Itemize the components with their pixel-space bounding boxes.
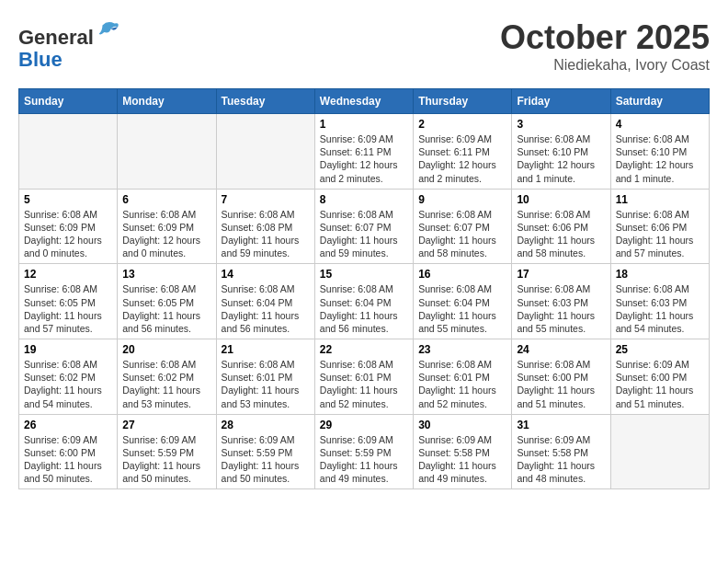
day-number: 14 [222,268,310,281]
day-number: 29 [320,419,408,431]
day-number: 1 [320,118,408,131]
day-number: 20 [122,343,210,356]
day-number: 7 [222,193,310,206]
day-number: 17 [517,268,605,281]
day-number: 28 [222,419,310,431]
day-info: Sunrise: 6:08 AMSunset: 6:09 PMDaylight:… [24,208,112,260]
day-info: Sunrise: 6:08 AMSunset: 6:05 PMDaylight:… [24,282,112,335]
page-header: General Blue October 2025 Niediekaha, Iv… [18,18,710,74]
logo-bird-icon [96,18,121,44]
day-info: Sunrise: 6:08 AMSunset: 6:08 PMDaylight:… [222,208,310,260]
day-info: Sunrise: 6:09 AMSunset: 5:58 PMDaylight:… [418,433,506,486]
calendar-cell: 12Sunrise: 6:08 AMSunset: 6:05 PMDayligh… [19,264,118,339]
calendar-week-row: 1Sunrise: 6:09 AMSunset: 6:11 PMDaylight… [19,114,710,190]
calendar-cell: 18Sunrise: 6:08 AMSunset: 6:03 PMDayligh… [610,264,709,339]
calendar-week-row: 26Sunrise: 6:09 AMSunset: 6:00 PMDayligh… [19,414,710,489]
calendar-week-row: 5Sunrise: 6:08 AMSunset: 6:09 PMDaylight… [19,189,710,264]
day-number: 8 [320,193,408,206]
day-number: 3 [517,118,605,131]
day-info: Sunrise: 6:08 AMSunset: 6:01 PMDaylight:… [418,358,506,410]
month-title: October 2025 [500,18,710,57]
day-info: Sunrise: 6:08 AMSunset: 6:07 PMDaylight:… [418,208,506,260]
day-info: Sunrise: 6:09 AMSunset: 6:11 PMDaylight:… [418,132,506,185]
calendar-cell: 8Sunrise: 6:08 AMSunset: 6:07 PMDaylight… [314,189,413,264]
day-info: Sunrise: 6:08 AMSunset: 6:09 PMDaylight:… [122,208,210,260]
calendar-cell: 9Sunrise: 6:08 AMSunset: 6:07 PMDaylight… [414,189,512,264]
day-info: Sunrise: 6:09 AMSunset: 5:59 PMDaylight:… [122,433,210,486]
calendar-cell [118,114,216,190]
calendar-cell: 24Sunrise: 6:08 AMSunset: 6:00 PMDayligh… [512,339,610,415]
day-info: Sunrise: 6:08 AMSunset: 6:00 PMDaylight:… [517,358,605,410]
calendar-cell: 30Sunrise: 6:09 AMSunset: 5:58 PMDayligh… [414,414,512,489]
weekday-header: Sunday [19,89,118,114]
day-number: 30 [418,419,506,431]
day-info: Sunrise: 6:08 AMSunset: 6:03 PMDaylight:… [517,282,605,335]
calendar-cell: 16Sunrise: 6:08 AMSunset: 6:04 PMDayligh… [414,264,512,339]
day-info: Sunrise: 6:09 AMSunset: 6:11 PMDaylight:… [320,132,408,185]
calendar-cell: 11Sunrise: 6:08 AMSunset: 6:06 PMDayligh… [610,189,709,264]
calendar-cell: 17Sunrise: 6:08 AMSunset: 6:03 PMDayligh… [512,264,610,339]
calendar-cell: 21Sunrise: 6:08 AMSunset: 6:01 PMDayligh… [216,339,314,415]
day-number: 5 [24,193,112,206]
weekday-header: Saturday [610,89,709,114]
day-info: Sunrise: 6:08 AMSunset: 6:02 PMDaylight:… [24,358,112,410]
calendar-cell: 4Sunrise: 6:08 AMSunset: 6:10 PMDaylight… [610,114,709,190]
day-info: Sunrise: 6:08 AMSunset: 6:01 PMDaylight:… [222,358,310,410]
day-info: Sunrise: 6:08 AMSunset: 6:02 PMDaylight:… [122,358,210,410]
day-number: 11 [616,193,704,206]
day-number: 13 [122,268,210,281]
day-number: 4 [616,118,704,131]
day-info: Sunrise: 6:08 AMSunset: 6:10 PMDaylight:… [616,132,704,185]
calendar-cell: 20Sunrise: 6:08 AMSunset: 6:02 PMDayligh… [118,339,216,415]
day-number: 22 [320,343,408,356]
day-number: 25 [616,343,704,356]
calendar-cell: 28Sunrise: 6:09 AMSunset: 5:59 PMDayligh… [216,414,314,489]
day-info: Sunrise: 6:08 AMSunset: 6:01 PMDaylight:… [320,358,408,410]
calendar-cell: 5Sunrise: 6:08 AMSunset: 6:09 PMDaylight… [19,189,118,264]
day-info: Sunrise: 6:09 AMSunset: 5:58 PMDaylight:… [517,433,605,486]
day-info: Sunrise: 6:08 AMSunset: 6:05 PMDaylight:… [122,282,210,335]
weekday-header: Thursday [414,89,512,114]
day-info: Sunrise: 6:09 AMSunset: 5:59 PMDaylight:… [320,433,408,486]
weekday-header-row: SundayMondayTuesdayWednesdayThursdayFrid… [19,89,710,114]
logo-general-text: General [18,26,94,49]
calendar-cell: 15Sunrise: 6:08 AMSunset: 6:04 PMDayligh… [314,264,413,339]
calendar-cell: 22Sunrise: 6:08 AMSunset: 6:01 PMDayligh… [314,339,413,415]
day-number: 24 [517,343,605,356]
day-number: 19 [24,343,112,356]
day-info: Sunrise: 6:08 AMSunset: 6:04 PMDaylight:… [418,282,506,335]
weekday-header: Wednesday [314,89,413,114]
calendar-cell: 26Sunrise: 6:09 AMSunset: 6:00 PMDayligh… [19,414,118,489]
day-info: Sunrise: 6:08 AMSunset: 6:04 PMDaylight:… [320,282,408,335]
calendar-cell: 6Sunrise: 6:08 AMSunset: 6:09 PMDaylight… [118,189,216,264]
location: Niediekaha, Ivory Coast [500,57,710,74]
calendar-cell: 23Sunrise: 6:08 AMSunset: 6:01 PMDayligh… [414,339,512,415]
calendar-week-row: 19Sunrise: 6:08 AMSunset: 6:02 PMDayligh… [19,339,710,415]
calendar-cell: 13Sunrise: 6:08 AMSunset: 6:05 PMDayligh… [118,264,216,339]
calendar-cell: 29Sunrise: 6:09 AMSunset: 5:59 PMDayligh… [314,414,413,489]
calendar-week-row: 12Sunrise: 6:08 AMSunset: 6:05 PMDayligh… [19,264,710,339]
calendar-cell: 3Sunrise: 6:08 AMSunset: 6:10 PMDaylight… [512,114,610,190]
day-info: Sunrise: 6:08 AMSunset: 6:06 PMDaylight:… [616,208,704,260]
title-block: October 2025 Niediekaha, Ivory Coast [500,18,710,74]
calendar-cell [610,414,709,489]
calendar-cell: 1Sunrise: 6:09 AMSunset: 6:11 PMDaylight… [314,114,413,190]
day-number: 21 [222,343,310,356]
calendar-cell: 27Sunrise: 6:09 AMSunset: 5:59 PMDayligh… [118,414,216,489]
day-info: Sunrise: 6:09 AMSunset: 5:59 PMDaylight:… [222,433,310,486]
day-info: Sunrise: 6:08 AMSunset: 6:03 PMDaylight:… [616,282,704,335]
day-info: Sunrise: 6:08 AMSunset: 6:04 PMDaylight:… [222,282,310,335]
calendar-cell: 19Sunrise: 6:08 AMSunset: 6:02 PMDayligh… [19,339,118,415]
logo: General Blue [18,18,121,71]
day-number: 27 [122,419,210,431]
day-info: Sunrise: 6:09 AMSunset: 6:00 PMDaylight:… [24,433,112,486]
day-number: 31 [517,419,605,431]
day-number: 10 [517,193,605,206]
day-number: 9 [418,193,506,206]
calendar-cell: 2Sunrise: 6:09 AMSunset: 6:11 PMDaylight… [414,114,512,190]
calendar-cell: 25Sunrise: 6:09 AMSunset: 6:00 PMDayligh… [610,339,709,415]
logo-blue-text: Blue [18,48,63,71]
day-number: 2 [418,118,506,131]
day-info: Sunrise: 6:09 AMSunset: 6:00 PMDaylight:… [616,358,704,410]
day-number: 26 [24,419,112,431]
